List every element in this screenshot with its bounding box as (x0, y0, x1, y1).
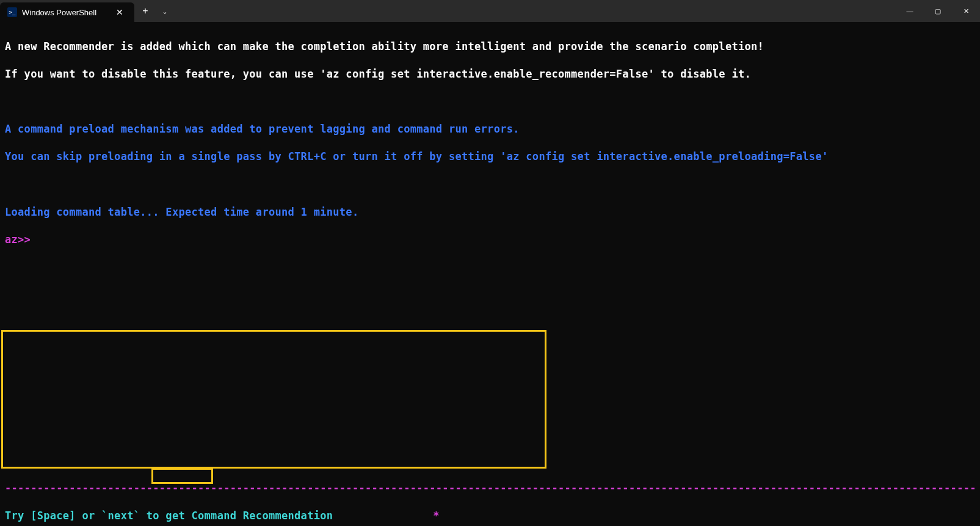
titlebar: >_ Windows PowerShell ✕ + ⌄ — ▢ ✕ (0, 0, 980, 22)
tab-title: Windows PowerShell (22, 8, 112, 17)
hint-star: * (433, 509, 440, 523)
recommender-line-2: If you want to disable this feature, you… (5, 67, 975, 81)
tab-dropdown-button[interactable]: ⌄ (156, 0, 173, 22)
close-window-button[interactable]: ✕ (952, 0, 980, 22)
new-tab-button[interactable]: + (134, 0, 156, 22)
preload-line-1: A command preload mechanism was added to… (5, 122, 975, 136)
minimize-button[interactable]: — (896, 0, 924, 22)
hint-row: Try [Space] or `next` to get Command Rec… (5, 509, 975, 523)
terminal-output[interactable]: A new Recommender is added which can mak… (0, 22, 980, 526)
recommender-line-1: A new Recommender is added which can mak… (5, 40, 975, 54)
loading-line: Loading command table... Expected time a… (5, 205, 975, 219)
powershell-icon: >_ (7, 7, 17, 17)
tab-close-button[interactable]: ✕ (112, 6, 127, 18)
preload-line-2: You can skip preloading in a single pass… (5, 150, 975, 164)
separator-line: ----------------------------------------… (5, 481, 975, 495)
tab-powershell[interactable]: >_ Windows PowerShell ✕ (0, 2, 134, 22)
hint-text: Try [Space] or `next` to get Command Rec… (5, 509, 333, 523)
maximize-button[interactable]: ▢ (924, 0, 952, 22)
window-controls: — ▢ ✕ (896, 0, 980, 22)
prompt[interactable]: az>> (5, 233, 975, 247)
